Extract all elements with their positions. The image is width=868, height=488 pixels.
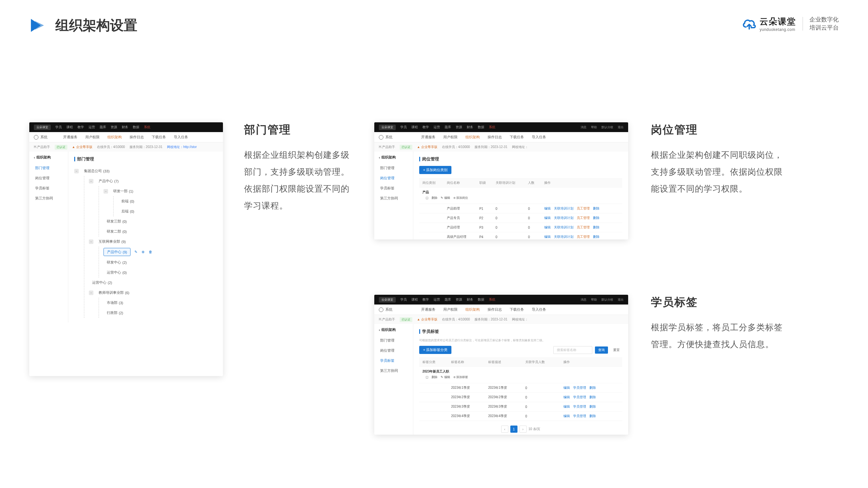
act-plan[interactable]: 关联培训计划 — [554, 225, 574, 229]
page-prev[interactable]: ‹ — [501, 426, 508, 433]
tree-node[interactable]: 研发一部 (1) — [110, 187, 136, 195]
nav-teach[interactable]: 教学 — [78, 125, 84, 129]
tree-node[interactable]: 教师培训事业部 (6) — [95, 289, 132, 296]
notif-link[interactable]: 消息 — [581, 298, 587, 302]
act-plan[interactable]: 关联培训计划 — [554, 206, 574, 210]
act-mem[interactable]: 学员管理 — [573, 405, 586, 408]
act-edit[interactable]: 编辑 — [544, 225, 551, 229]
act-del[interactable]: 删除 — [593, 216, 599, 220]
tab-perm[interactable]: 用户权限 — [443, 307, 458, 312]
act-del[interactable]: 删除 — [589, 395, 596, 399]
nav-res[interactable]: 资源 — [456, 125, 462, 129]
nav-sys[interactable]: 系统 — [144, 125, 150, 129]
reset-button[interactable]: 重置 — [611, 347, 622, 354]
cat-del[interactable]: 删除 — [432, 375, 437, 379]
tab-download[interactable]: 下载任务 — [510, 307, 524, 312]
act-plan[interactable]: 关联培训计划 — [554, 216, 574, 220]
act-plan[interactable]: 关联培训计划 — [554, 235, 574, 238]
nav-data[interactable]: 数据 — [478, 125, 484, 129]
tab-perm[interactable]: 用户权限 — [443, 135, 458, 139]
sidenav-3rd[interactable]: 第三方协同 — [374, 193, 413, 203]
tree-node[interactable]: 运营中心 (2) — [89, 279, 115, 286]
tab-org[interactable]: 组织架构 — [465, 135, 480, 139]
nav-student[interactable]: 学员 — [400, 125, 407, 129]
sidenav-dept[interactable]: 部门管理 — [374, 335, 413, 346]
tree-node[interactable]: 产品中心 (7) — [95, 177, 122, 185]
nav-data[interactable]: 数据 — [478, 297, 484, 302]
nav-fin[interactable]: 财务 — [122, 125, 128, 129]
nav-course[interactable]: 课程 — [66, 125, 73, 129]
tab-org[interactable]: 组织架构 — [107, 135, 122, 139]
branch-link[interactable]: 默认分校 — [601, 298, 613, 302]
branch-link[interactable]: 默认分校 — [601, 125, 613, 129]
tree-node[interactable]: 市场部 (3) — [103, 299, 126, 306]
tab-service[interactable]: 开通服务 — [421, 135, 435, 139]
add-job-button[interactable]: + 添加岗位类别 — [419, 166, 452, 174]
act-mem[interactable]: 员工管理 — [577, 216, 590, 220]
nav-teach[interactable]: 教学 — [423, 125, 429, 129]
edit-icon[interactable]: ✎ — [134, 250, 139, 254]
nav-student[interactable]: 学员 — [400, 297, 407, 302]
tab-service[interactable]: 开通服务 — [63, 135, 78, 139]
nav-fin[interactable]: 财务 — [467, 125, 473, 129]
act-mem[interactable]: 学员管理 — [573, 414, 586, 418]
nav-quiz[interactable]: 题库 — [444, 297, 451, 302]
nav-sys[interactable]: 系统 — [489, 297, 495, 302]
collapse-icon[interactable]: − — [89, 179, 93, 184]
help-link[interactable]: 帮助 — [591, 298, 597, 302]
sidenav-3rd[interactable]: 第三方协同 — [374, 366, 413, 376]
sidenav-job[interactable]: 岗位管理 — [374, 346, 413, 356]
tab-log[interactable]: 操作日志 — [488, 135, 502, 139]
nav-op[interactable]: 运营 — [434, 297, 440, 302]
nav-quiz[interactable]: 题库 — [444, 125, 451, 129]
act-del[interactable]: 删除 — [589, 414, 596, 418]
collapse-icon[interactable]: − — [89, 239, 93, 244]
cat-edit[interactable]: ✎ 编辑 — [441, 196, 450, 200]
notif-link[interactable]: 消息 — [581, 125, 587, 129]
collapse-icon[interactable]: − — [103, 189, 108, 194]
act-del[interactable]: 删除 — [589, 386, 596, 389]
act-mem[interactable]: 员工管理 — [577, 206, 590, 210]
nav-data[interactable]: 数据 — [133, 125, 139, 129]
tab-log[interactable]: 操作日志 — [129, 135, 144, 139]
act-del[interactable]: 删除 — [593, 235, 599, 238]
nav-sys[interactable]: 系统 — [489, 125, 495, 129]
tab-import[interactable]: 导入任务 — [532, 307, 546, 312]
add-tag-button[interactable]: + 添加标签分类 — [419, 346, 452, 354]
page-next[interactable]: › — [520, 426, 527, 433]
tab-import[interactable]: 导入任务 — [174, 135, 188, 139]
help-link[interactable]: 帮助 — [591, 125, 597, 129]
cat-add[interactable]: ⊕ 添加岗位 — [453, 196, 468, 200]
cat-edit[interactable]: ✎ 编辑 — [441, 375, 450, 379]
nav-quiz[interactable]: 题库 — [100, 125, 106, 129]
sidenav-3rd[interactable]: 第三方协同 — [29, 193, 68, 203]
act-del[interactable]: 删除 — [593, 225, 599, 229]
act-edit[interactable]: 编辑 — [563, 386, 570, 389]
tree-node[interactable]: 前端 (0) — [118, 197, 137, 205]
collapse-icon[interactable]: − — [74, 169, 79, 173]
sidenav-tag[interactable]: 学员标签 — [374, 183, 413, 193]
act-mem[interactable]: 学员管理 — [573, 386, 586, 389]
nav-teach[interactable]: 教学 — [423, 297, 429, 302]
tab-org[interactable]: 组织架构 — [465, 307, 480, 312]
tree-node[interactable]: 后端 (0) — [118, 207, 137, 215]
act-edit[interactable]: 编辑 — [563, 395, 570, 399]
sidenav-tag[interactable]: 学员标签 — [29, 183, 68, 193]
nav-course[interactable]: 课程 — [411, 297, 418, 302]
search-button[interactable]: 查询 — [595, 347, 608, 354]
act-edit[interactable]: 编辑 — [563, 405, 570, 408]
act-edit[interactable]: 编辑 — [544, 216, 551, 220]
nav-student[interactable]: 学员 — [55, 125, 62, 129]
nav-op[interactable]: 运营 — [434, 125, 440, 129]
page-1[interactable]: 1 — [510, 426, 518, 433]
act-del[interactable]: 删除 — [593, 206, 599, 210]
collapse-icon[interactable]: − — [89, 291, 93, 295]
nav-course[interactable]: 课程 — [411, 125, 418, 129]
tree-node[interactable]: 互联网事业部 (9) — [95, 238, 129, 245]
tab-log[interactable]: 操作日志 — [488, 307, 502, 312]
tree-root[interactable]: 集团总公司 (33) — [81, 167, 113, 175]
tree-node[interactable]: 研发中心 (2) — [103, 259, 130, 266]
act-mem[interactable]: 员工管理 — [577, 225, 590, 229]
act-del[interactable]: 删除 — [589, 405, 596, 408]
tab-service[interactable]: 开通服务 — [421, 307, 435, 312]
